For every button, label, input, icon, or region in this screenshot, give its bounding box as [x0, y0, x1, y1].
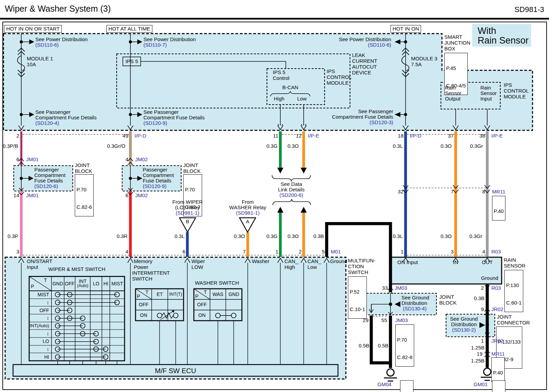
connector-label: R03 [491, 249, 501, 254]
mfs-label3: SWITCH [348, 270, 368, 275]
wm-row-label: ↕ [20, 316, 49, 321]
connector-label: JM01 [26, 157, 39, 162]
rain-out-l1: Rain [445, 85, 456, 91]
wire-size-label: 0.3L [389, 234, 403, 239]
hot-tag-left: HOT IN ON OR START [4, 25, 62, 33]
wm-col-mist: MIST [110, 281, 125, 286]
hot-tag-mid: HOT AT ALL TIME [106, 25, 152, 33]
int-corner-t: T [145, 290, 149, 295]
jm03-joint: JOINT [439, 294, 454, 300]
leak-l3: AUTOCUT [352, 64, 377, 70]
jb2-l2: Compartment [143, 173, 174, 178]
connector-label: I/P-D [135, 133, 146, 139]
ips-module-left-l1: IPS [327, 69, 335, 74]
was-col-gnd: GND [226, 292, 242, 297]
pin-label: 6 [176, 249, 185, 254]
mr11-ref-box: P.40 [492, 196, 505, 221]
see-power-right-ref: (SD110-6) [336, 42, 391, 48]
rs-label1: RAIN [504, 257, 516, 263]
sjb-l1: SMART [444, 34, 462, 40]
mr11-ref-p: P.40 [494, 208, 504, 214]
jr02-connector: CONNECTOR [497, 320, 530, 325]
see-fuse-mid-l1: See Passenger [143, 109, 179, 115]
mfs-memory: Memory [134, 259, 152, 264]
pin-label: 2 [293, 249, 302, 254]
jm03-ref-c: C.82-8 [397, 354, 412, 360]
pin-label: 55 [378, 318, 387, 323]
ground-point-label: GM01 [474, 382, 488, 387]
fuse-module1: MODULE 1 [27, 56, 53, 61]
int-corner-p: P [137, 294, 140, 299]
ips-module-right-l1: IPS [504, 82, 512, 88]
pin-label: 19 [474, 351, 482, 357]
datalink-ref: (SD200-6) [274, 192, 308, 198]
mfs-onstart: ON/START [27, 259, 52, 264]
fuse-module1-amp: 10A [27, 62, 36, 67]
jb2-l1: Passenger [143, 167, 167, 173]
jb1-l3: Fuse Details [34, 178, 63, 183]
wire-size-label: 0.5B [374, 343, 388, 348]
hot-tag-right: HOT IN ON [390, 25, 421, 33]
rs-label2: SENSOR [504, 263, 525, 269]
mfs-label2: CTION [348, 264, 364, 269]
rs-ref-p: P.130 [506, 282, 522, 288]
leak-l2: CURRENT [352, 58, 377, 64]
pin-label: 14 [10, 193, 19, 198]
washer-relay-ref: (SD981-1) [230, 210, 265, 216]
pin-label: 18 [395, 133, 404, 139]
jr02-joint: JOINT [497, 314, 512, 320]
wire-size-label: 0.3Gr [469, 234, 482, 239]
relay-letter-b: B [184, 219, 191, 224]
wm-table-title: WIPER & MIST SWITCH [36, 266, 118, 272]
connector-label: JM02 [135, 157, 148, 162]
jm03-ref: (SD130-4) [403, 306, 427, 311]
wm-corner-p: P [31, 284, 34, 289]
mfs-power: Power [134, 264, 149, 270]
int-title1: INTERMITTENT [132, 270, 170, 276]
bcan-high: High [274, 96, 284, 102]
wire-size-label: 0.3P [8, 234, 18, 239]
wm-corner-t: T [44, 278, 47, 283]
wm-row-label: OFF [20, 308, 49, 313]
connector-label: M01 [331, 249, 341, 254]
jb2-ref: (SD120-9) [143, 183, 166, 189]
wm-row-label: INT(Auto) [20, 323, 49, 328]
rs-in: IN [449, 260, 463, 265]
jb2-block: BLOCK [183, 168, 201, 174]
mfs-low: LOW [191, 264, 203, 270]
pin-label: 1 [395, 249, 404, 254]
see-fuse-left-ref: (SD120-4) [35, 120, 59, 126]
wire-size-label: 0.3R [117, 234, 128, 239]
see-power-mid: See Power Distribution [143, 37, 196, 42]
was-col-was: WAS [210, 292, 226, 297]
pin-label: 4 [119, 249, 128, 254]
see-fuse-left-l1: See Passenger [35, 109, 71, 115]
was-row-on: ON [194, 313, 210, 318]
connector-label: JR02 [491, 307, 503, 312]
rain-in-l1: Rain [480, 85, 491, 91]
ips-module-left-l2: CONTROL [327, 74, 352, 80]
jb2-ref-p: P.70 [185, 187, 200, 192]
wire-size-label: 0.3Gr [470, 143, 483, 149]
wire-size-label: 0.5B [355, 343, 369, 348]
mfs-label1: MULTIFUN- [348, 258, 375, 263]
wire-size-label: 0.3O [441, 143, 452, 149]
jm03-see1: See Ground [401, 295, 429, 300]
mfs-ref-box: P.52 C.10-1 [348, 276, 367, 319]
mr11-bottom-ref-box: P.40 [491, 357, 505, 382]
wire-size-label: 0.3L [389, 143, 403, 149]
legend-line1: With [478, 26, 496, 36]
pin-label: 37 [445, 133, 454, 139]
connector-label: I/P-E [308, 133, 319, 139]
rain-in-l3: Input [480, 96, 492, 102]
wire-size-label: 0.3G [264, 234, 278, 239]
jb1-ref-p: P.70 [77, 187, 92, 192]
jb2-l3: Fuse Details [143, 178, 171, 183]
leak-l1: LEAK [352, 52, 365, 58]
wire-size-label: 0.3O [232, 234, 245, 239]
page-code: SD981-3 [474, 5, 544, 14]
pin-label: 11 [269, 133, 278, 139]
pin-label: 5 [316, 249, 325, 254]
jr02-ref: (SD130-2) [447, 327, 481, 333]
wm-col-lo: LO [90, 281, 102, 286]
